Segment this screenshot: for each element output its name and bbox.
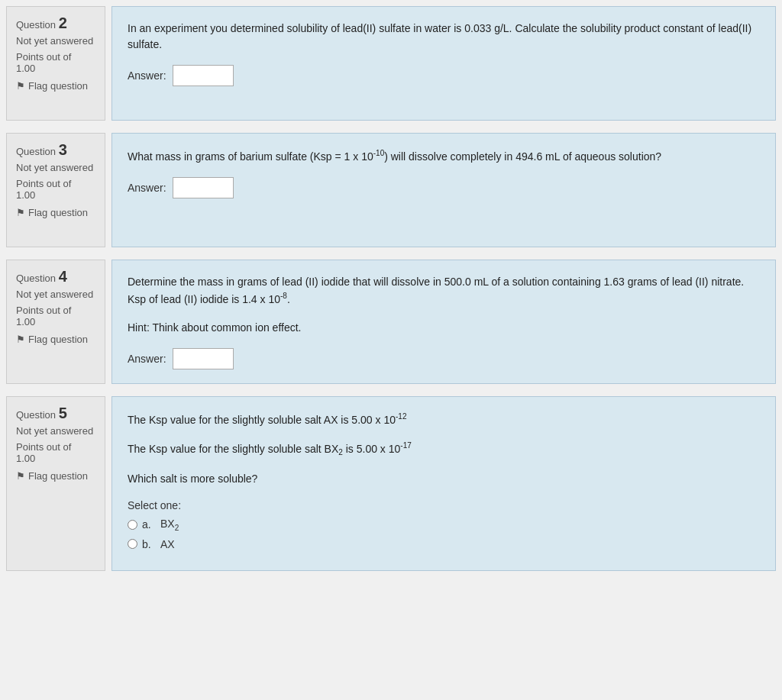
question-sidebar-2: Question 2 Not yet answered Points out o… bbox=[6, 6, 105, 121]
page-container: Question 2 Not yet answered Points out o… bbox=[0, 0, 782, 577]
q5-status: Not yet answered bbox=[16, 425, 95, 437]
q4-number: 4 bbox=[59, 268, 67, 285]
q5-radio-a[interactable] bbox=[128, 520, 137, 530]
q3-text: What mass in grams of barium sulfate (Ks… bbox=[128, 147, 760, 165]
q5-line1: The Ksp value for the slightly soluble s… bbox=[128, 411, 760, 428]
question-row-2: Question 2 Not yet answered Points out o… bbox=[6, 6, 776, 121]
q5-option-a-text: BX2 bbox=[160, 518, 179, 532]
q4-points: Points out of 1.00 bbox=[16, 305, 95, 327]
q2-label: Question bbox=[16, 19, 56, 31]
q3-answer-row: Answer: bbox=[128, 177, 760, 198]
question-content-3: What mass in grams of barium sulfate (Ks… bbox=[111, 133, 776, 247]
q4-label: Question bbox=[16, 273, 56, 284]
flag-icon: ⚑ bbox=[16, 80, 25, 92]
q4-answer-label: Answer: bbox=[128, 353, 166, 365]
q3-flag[interactable]: ⚑ Flag question bbox=[16, 207, 95, 218]
q5-points: Points out of 1.00 bbox=[16, 441, 95, 464]
flag-icon: ⚑ bbox=[16, 470, 25, 482]
q2-text: In an experiment you determined solubili… bbox=[128, 21, 760, 53]
q2-answer-label: Answer: bbox=[128, 69, 166, 82]
q2-status: Not yet answered bbox=[16, 35, 95, 47]
q2-points: Points out of 1.00 bbox=[16, 51, 95, 74]
q3-number: 3 bbox=[59, 141, 67, 158]
q4-answer-row: Answer: bbox=[128, 348, 760, 369]
q3-label: Question bbox=[16, 146, 56, 157]
q4-status: Not yet answered bbox=[16, 289, 95, 300]
q3-answer-label: Answer: bbox=[128, 182, 166, 194]
q5-line2: The Ksp value for the slightly soluble s… bbox=[128, 440, 760, 458]
q5-flag[interactable]: ⚑ Flag question bbox=[16, 470, 95, 482]
q2-answer-input[interactable] bbox=[173, 65, 234, 86]
q5-option-a[interactable]: a. BX2 bbox=[128, 518, 760, 532]
q3-points: Points out of 1.00 bbox=[16, 178, 95, 201]
q3-answer-input[interactable] bbox=[173, 177, 234, 198]
q4-hint: Hint: Think about common ion effect. bbox=[128, 320, 760, 336]
q2-number: 2 bbox=[59, 15, 67, 31]
q5-letter-a: a. bbox=[142, 518, 156, 531]
q5-number: 5 bbox=[59, 405, 67, 421]
question-sidebar-3: Question 3 Not yet answered Points out o… bbox=[6, 133, 105, 247]
question-row-4: Question 4 Not yet answered Points out o… bbox=[6, 260, 776, 384]
q3-status: Not yet answered bbox=[16, 162, 95, 173]
question-content-4: Determine the mass in grams of lead (II)… bbox=[111, 260, 776, 384]
q4-flag[interactable]: ⚑ Flag question bbox=[16, 334, 95, 345]
q2-flag[interactable]: ⚑ Flag question bbox=[16, 80, 95, 92]
question-content-5: The Ksp value for the slightly soluble s… bbox=[111, 396, 776, 571]
q5-option-b[interactable]: b. AX bbox=[128, 538, 760, 550]
question-sidebar-5: Question 5 Not yet answered Points out o… bbox=[6, 396, 105, 571]
flag-icon: ⚑ bbox=[16, 334, 25, 345]
q5-select-label: Select one: bbox=[128, 499, 760, 511]
q4-answer-input[interactable] bbox=[173, 348, 234, 369]
question-row-5: Question 5 Not yet answered Points out o… bbox=[6, 396, 776, 571]
q5-option-b-text: AX bbox=[160, 538, 175, 550]
question-row-3: Question 3 Not yet answered Points out o… bbox=[6, 133, 776, 247]
q5-label: Question bbox=[16, 409, 56, 421]
q5-line3: Which salt is more soluble? bbox=[128, 471, 760, 487]
q5-radio-b[interactable] bbox=[128, 539, 137, 549]
flag-icon: ⚑ bbox=[16, 207, 25, 218]
question-content-2: In an experiment you determined solubili… bbox=[111, 6, 776, 121]
q2-answer-row: Answer: bbox=[128, 65, 760, 86]
question-sidebar-4: Question 4 Not yet answered Points out o… bbox=[6, 260, 105, 384]
q4-text: Determine the mass in grams of lead (II)… bbox=[128, 274, 760, 308]
q5-letter-b: b. bbox=[142, 538, 156, 550]
